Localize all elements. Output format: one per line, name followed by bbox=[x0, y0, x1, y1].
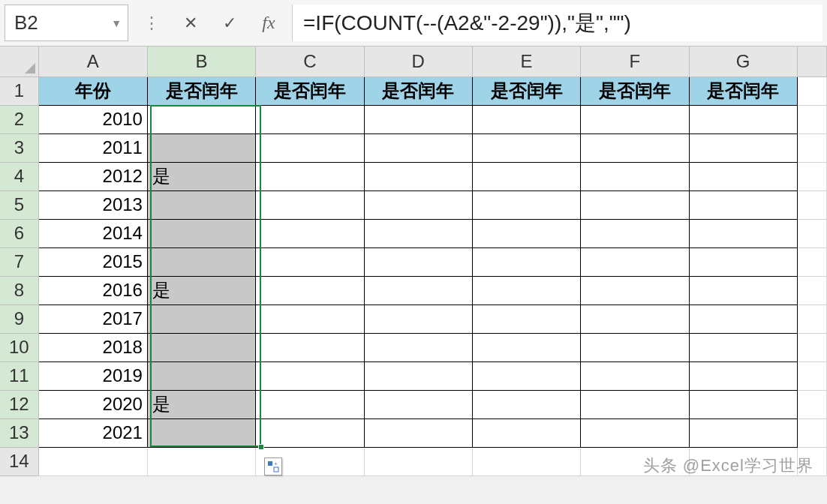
row-head-7[interactable]: 7 bbox=[0, 248, 38, 276]
cell-G12[interactable] bbox=[689, 390, 797, 418]
row-head-12[interactable]: 12 bbox=[0, 390, 38, 418]
cell-B7[interactable] bbox=[147, 248, 255, 276]
cell-G1[interactable]: 是否闰年 bbox=[689, 76, 797, 105]
cell-F9[interactable] bbox=[581, 304, 689, 333]
cell-C3[interactable] bbox=[256, 134, 364, 162]
cell-A11[interactable]: 2019 bbox=[38, 362, 147, 390]
cell-C5[interactable] bbox=[256, 190, 364, 219]
cell-E3[interactable] bbox=[472, 134, 580, 162]
cell-C1[interactable]: 是否闰年 bbox=[256, 76, 364, 105]
cell-G13[interactable] bbox=[689, 418, 797, 447]
cell-E8[interactable] bbox=[472, 276, 580, 304]
cell-G5[interactable] bbox=[689, 190, 797, 219]
name-box[interactable]: B2 ▼ bbox=[5, 4, 128, 41]
select-all-corner[interactable] bbox=[0, 46, 38, 76]
cell-G2[interactable] bbox=[689, 105, 797, 134]
cell-B4[interactable]: 是 bbox=[147, 162, 255, 190]
cell-B9[interactable] bbox=[147, 304, 255, 333]
cell-B11[interactable] bbox=[147, 362, 255, 390]
cell-D5[interactable] bbox=[364, 190, 472, 219]
cell-G7[interactable] bbox=[689, 248, 797, 276]
cell-D3[interactable] bbox=[364, 134, 472, 162]
cell-B13[interactable] bbox=[147, 418, 255, 447]
cell-G11[interactable] bbox=[689, 362, 797, 390]
cell-B12[interactable]: 是 bbox=[147, 390, 255, 418]
row-head-2[interactable]: 2 bbox=[0, 105, 38, 134]
cell-B2[interactable] bbox=[147, 105, 255, 134]
cell-E1[interactable]: 是否闰年 bbox=[472, 76, 580, 105]
row-head-9[interactable]: 9 bbox=[0, 304, 38, 333]
cell-E13[interactable] bbox=[472, 418, 580, 447]
cell-F12[interactable] bbox=[581, 390, 689, 418]
col-head-A[interactable]: A bbox=[38, 46, 147, 76]
cell-A7[interactable]: 2015 bbox=[38, 248, 147, 276]
cell-G3[interactable] bbox=[689, 134, 797, 162]
cell-D2[interactable] bbox=[364, 105, 472, 134]
cell-C10[interactable] bbox=[256, 333, 364, 362]
cell-B1[interactable]: 是否闰年 bbox=[147, 76, 255, 105]
more-icon[interactable]: ⋮ bbox=[136, 4, 167, 41]
cell-B14[interactable] bbox=[147, 447, 255, 476]
cell-D11[interactable] bbox=[364, 362, 472, 390]
cell-G6[interactable] bbox=[689, 219, 797, 248]
cell-D1[interactable]: 是否闰年 bbox=[364, 76, 472, 105]
cell-A6[interactable]: 2014 bbox=[38, 219, 147, 248]
row-head-13[interactable]: 13 bbox=[0, 418, 38, 447]
cell-A4[interactable]: 2012 bbox=[38, 162, 147, 190]
row-head-14[interactable]: 14 bbox=[0, 447, 38, 476]
cell-F14[interactable] bbox=[581, 447, 689, 476]
row-head-1[interactable]: 1 bbox=[0, 76, 38, 105]
col-head-F[interactable]: F bbox=[581, 46, 689, 76]
cell-E11[interactable] bbox=[472, 362, 580, 390]
cell-D14[interactable] bbox=[364, 447, 472, 476]
cell-C12[interactable] bbox=[256, 390, 364, 418]
cell-B6[interactable] bbox=[147, 219, 255, 248]
cell-C9[interactable] bbox=[256, 304, 364, 333]
cell-E5[interactable] bbox=[472, 190, 580, 219]
cancel-icon[interactable]: ✕ bbox=[175, 4, 206, 41]
cell-D13[interactable] bbox=[364, 418, 472, 447]
cell-E14[interactable] bbox=[472, 447, 580, 476]
cell-C7[interactable] bbox=[256, 248, 364, 276]
chevron-down-icon[interactable]: ▼ bbox=[111, 17, 122, 29]
cell-A14[interactable] bbox=[38, 447, 147, 476]
col-head-D[interactable]: D bbox=[364, 46, 472, 76]
enter-icon[interactable]: ✓ bbox=[214, 4, 245, 41]
cell-E9[interactable] bbox=[472, 304, 580, 333]
cell-C2[interactable] bbox=[256, 105, 364, 134]
cell-A10[interactable]: 2018 bbox=[38, 333, 147, 362]
col-head-E[interactable]: E bbox=[472, 46, 580, 76]
fill-handle[interactable] bbox=[258, 444, 264, 450]
cell-D6[interactable] bbox=[364, 219, 472, 248]
cell-C13[interactable] bbox=[256, 418, 364, 447]
cell-D8[interactable] bbox=[364, 276, 472, 304]
cell-G10[interactable] bbox=[689, 333, 797, 362]
cell-G8[interactable] bbox=[689, 276, 797, 304]
cell-E4[interactable] bbox=[472, 162, 580, 190]
cell-C11[interactable] bbox=[256, 362, 364, 390]
col-head-G[interactable]: G bbox=[689, 46, 797, 76]
cell-B5[interactable] bbox=[147, 190, 255, 219]
cell-B8[interactable]: 是 bbox=[147, 276, 255, 304]
row-head-4[interactable]: 4 bbox=[0, 162, 38, 190]
row-head-3[interactable]: 3 bbox=[0, 134, 38, 162]
cell-F7[interactable] bbox=[581, 248, 689, 276]
row-head-11[interactable]: 11 bbox=[0, 362, 38, 390]
cell-F11[interactable] bbox=[581, 362, 689, 390]
cell-F2[interactable] bbox=[581, 105, 689, 134]
cell-F13[interactable] bbox=[581, 418, 689, 447]
cell-A2[interactable]: 2010 bbox=[38, 105, 147, 134]
row-head-8[interactable]: 8 bbox=[0, 276, 38, 304]
cell-E7[interactable] bbox=[472, 248, 580, 276]
col-head-C[interactable]: C bbox=[256, 46, 364, 76]
cell-A13[interactable]: 2021 bbox=[38, 418, 147, 447]
cell-F6[interactable] bbox=[581, 219, 689, 248]
cell-A1[interactable]: 年份 bbox=[38, 76, 147, 105]
cell-D4[interactable] bbox=[364, 162, 472, 190]
cell-G9[interactable] bbox=[689, 304, 797, 333]
cell-A9[interactable]: 2017 bbox=[38, 304, 147, 333]
cell-F5[interactable] bbox=[581, 190, 689, 219]
cell-E10[interactable] bbox=[472, 333, 580, 362]
cell-A3[interactable]: 2011 bbox=[38, 134, 147, 162]
cell-G14[interactable] bbox=[689, 447, 797, 476]
